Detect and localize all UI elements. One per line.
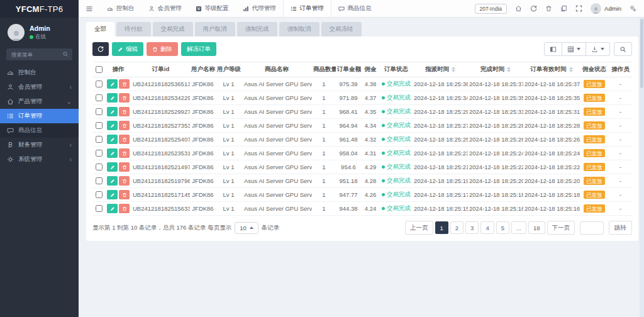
page-button[interactable]: 下一页	[547, 221, 575, 235]
row-checkbox[interactable]	[96, 205, 103, 212]
sidebar-item-members[interactable]: 会员管理‹	[0, 80, 79, 94]
row-edit-button[interactable]	[107, 79, 118, 89]
tab-force-cancelled[interactable]: 强制取消	[279, 22, 319, 36]
row-edit-button[interactable]	[107, 107, 118, 116]
row-edit-button[interactable]	[107, 162, 118, 172]
tab-all[interactable]: 全部	[86, 22, 114, 36]
refresh-icon[interactable]	[530, 5, 537, 12]
topnav-item-orders[interactable]: 订单管理	[283, 0, 331, 17]
page-button[interactable]: 4	[480, 221, 494, 234]
page-jump-button[interactable]: 跳转	[609, 221, 632, 235]
account-menu[interactable]: Admin	[591, 3, 621, 14]
page-button[interactable]: 1	[435, 221, 448, 234]
valid-time: 2024-12-18 18:25:26	[523, 133, 580, 147]
refresh-button[interactable]	[92, 42, 109, 56]
search-icon[interactable]	[62, 51, 69, 57]
column-header: 商品数量	[312, 62, 336, 77]
row-checkbox[interactable]	[96, 164, 103, 170]
scrollbar-thumb[interactable]	[640, 19, 643, 88]
row-delete-button[interactable]	[119, 121, 130, 130]
columns-dropdown-button[interactable]	[562, 42, 586, 56]
row-checkbox[interactable]	[96, 136, 103, 143]
settings-gears-icon[interactable]	[630, 5, 636, 12]
row-actions	[105, 105, 131, 119]
topnav-item-dashboard[interactable]: 控制台	[100, 0, 142, 17]
row-delete-button[interactable]	[119, 107, 130, 116]
sidebar-item-finance[interactable]: 财务管理‹	[0, 138, 79, 152]
row-edit-button[interactable]	[107, 190, 118, 199]
row-delete-button[interactable]	[119, 162, 130, 172]
sidebar-item-system[interactable]: 系统管理‹	[0, 152, 79, 167]
tab-force-completed[interactable]: 强制完成	[237, 22, 277, 36]
row-checkbox[interactable]	[96, 122, 103, 129]
valid-time: 2024-12-18 18:25:35	[523, 91, 580, 105]
topnav-item-agents[interactable]: 代理管理	[236, 0, 283, 17]
row-delete-button[interactable]	[119, 148, 130, 158]
row-checkbox[interactable]	[96, 108, 103, 115]
column-header[interactable]: 订单有效时间	[523, 62, 580, 77]
page-button[interactable]: 3	[465, 221, 479, 234]
row-delete-button[interactable]	[119, 93, 130, 103]
toggle-pagination-button[interactable]	[544, 42, 562, 56]
row-edit-button[interactable]	[107, 135, 118, 144]
tab-frozen[interactable]: 交易冻结	[321, 22, 362, 36]
sidebar-item-orders[interactable]: 订单管理	[0, 109, 79, 123]
product-name: Asus AI Server GPU Server ...	[242, 174, 312, 188]
user-name: JFDK86	[190, 188, 216, 202]
sidebar-item-goods-info[interactable]: 商品信息	[0, 123, 79, 138]
top-navbar: 控制台 会员管理 等级配置 代理管理 订单管理 商品信息 207-India	[79, 0, 644, 18]
tab-user-cancelled[interactable]: 用户取消	[195, 22, 235, 36]
region-selector[interactable]: 207-India	[475, 4, 507, 14]
page-button[interactable]: 18	[528, 221, 545, 234]
page-size-select[interactable]: 10	[235, 222, 258, 234]
home-icon[interactable]	[515, 5, 522, 12]
select-all-header[interactable]	[92, 62, 105, 77]
export-dropdown-button[interactable]	[586, 42, 610, 56]
row-delete-button[interactable]	[119, 190, 130, 199]
sidebar-toggle-icon[interactable]	[79, 0, 100, 17]
topnav-item-members[interactable]: 会员管理	[142, 0, 189, 17]
unfreeze-order-button[interactable]: 解冻订单	[181, 42, 216, 56]
fullscreen-icon[interactable]	[575, 5, 582, 12]
topnav-item-goods-info[interactable]: 商品信息	[331, 0, 379, 17]
pencil-icon	[110, 96, 115, 101]
row-edit-button[interactable]	[107, 121, 118, 130]
delete-button[interactable]: 删除	[147, 42, 178, 56]
row-delete-button[interactable]	[119, 79, 130, 89]
row-checkbox[interactable]	[96, 177, 103, 184]
page-button[interactable]: 2	[450, 221, 464, 234]
row-checkbox[interactable]	[96, 191, 103, 198]
tab-completed[interactable]: 交易完成	[153, 22, 193, 36]
row-edit-button[interactable]	[107, 204, 118, 213]
row-checkbox[interactable]	[96, 150, 103, 157]
sidebar-search	[6, 48, 72, 60]
page-button[interactable]: 上一页	[405, 221, 433, 235]
trash-icon[interactable]	[545, 5, 552, 12]
row-delete-button[interactable]	[119, 135, 130, 144]
sidebar-item-dashboard[interactable]: 控制台	[0, 65, 79, 80]
sidebar-item-products[interactable]: 产品管理⌄	[0, 94, 79, 109]
scrollbar-track[interactable]	[640, 18, 644, 317]
search-toggle-button[interactable]	[614, 42, 632, 56]
column-header: 订单id	[131, 62, 190, 77]
row-edit-button[interactable]	[107, 93, 118, 103]
select-all-checkbox[interactable]	[96, 66, 103, 73]
column-header[interactable]: 指派时间	[413, 62, 468, 77]
page-jump-input[interactable]	[580, 221, 604, 235]
clear-cache-icon[interactable]	[560, 5, 567, 12]
row-actions	[105, 174, 131, 188]
row-delete-button[interactable]	[119, 204, 130, 213]
row-checkbox[interactable]	[96, 81, 103, 87]
pencil-icon	[110, 179, 115, 184]
row-checkbox[interactable]	[96, 94, 103, 101]
tab-pending-payment[interactable]: 待付款	[116, 22, 151, 36]
topnav-item-levels[interactable]: 等级配置	[189, 0, 236, 17]
row-edit-button[interactable]	[107, 148, 118, 158]
row-delete-button[interactable]	[119, 176, 130, 186]
page-button[interactable]: ...	[511, 221, 526, 234]
page-button[interactable]: 5	[496, 221, 509, 234]
edit-button[interactable]: 编辑	[112, 42, 143, 56]
column-header[interactable]: 完成时间	[468, 62, 523, 77]
row-edit-button[interactable]	[107, 176, 118, 186]
commission-status: 已发放	[580, 77, 609, 91]
